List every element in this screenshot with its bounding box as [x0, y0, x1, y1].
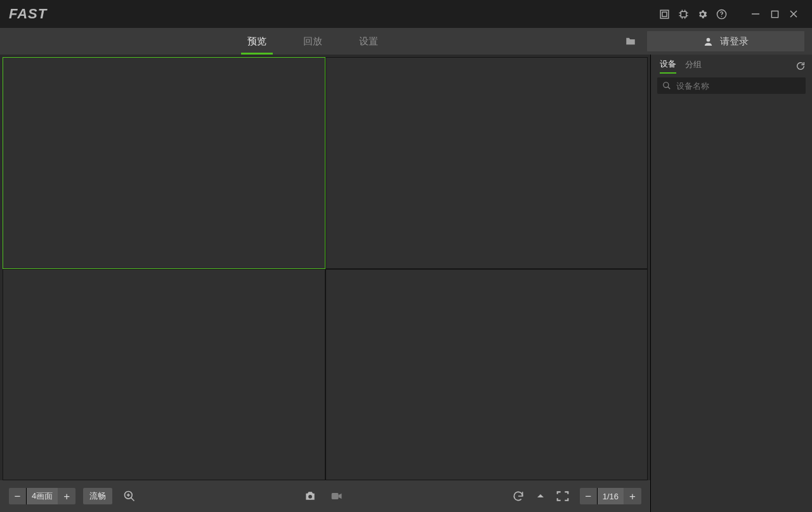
video-cell-1[interactable] — [3, 57, 325, 269]
svg-rect-1 — [662, 11, 666, 16]
svg-rect-0 — [660, 10, 669, 18]
search-icon — [662, 81, 671, 90]
device-search — [657, 77, 806, 94]
svg-point-17 — [707, 37, 710, 41]
refresh-icon[interactable] — [796, 61, 806, 71]
login-button[interactable]: 请登录 — [647, 31, 804, 51]
svg-rect-14 — [771, 11, 778, 17]
device-search-input[interactable] — [675, 81, 801, 91]
sidebar-tab-group[interactable]: 分组 — [685, 59, 702, 73]
screenshot-tool-icon[interactable] — [655, 0, 674, 28]
page-indicator: 1/16 — [598, 488, 624, 504]
folder-icon[interactable] — [620, 31, 641, 51]
auto-cycle-icon[interactable] — [509, 487, 528, 506]
minimize-icon[interactable] — [746, 0, 765, 28]
svg-point-24 — [664, 82, 669, 88]
main-panel: − 4画面 + 流畅 — [0, 55, 651, 512]
cpu-chip-icon[interactable] — [674, 0, 693, 28]
tab-settings[interactable]: 设置 — [357, 28, 381, 55]
collapse-up-icon[interactable] — [535, 487, 546, 506]
svg-line-19 — [131, 498, 134, 501]
svg-rect-2 — [681, 11, 686, 17]
fullscreen-icon[interactable] — [553, 487, 572, 506]
sidebar-tabs: 设备 分组 — [651, 55, 812, 77]
svg-point-22 — [309, 495, 313, 499]
tab-playback[interactable]: 回放 — [301, 28, 325, 55]
login-label: 请登录 — [720, 36, 749, 48]
sidebar-tab-device[interactable]: 设备 — [660, 58, 676, 74]
tab-preview[interactable]: 预览 — [245, 28, 269, 55]
close-icon[interactable] — [784, 0, 803, 28]
control-bar: − 4画面 + 流畅 — [0, 480, 650, 512]
device-sidebar: 设备 分组 — [651, 55, 812, 512]
device-list — [651, 99, 812, 512]
page-next-button[interactable]: + — [624, 488, 641, 504]
gear-icon[interactable] — [693, 0, 712, 28]
video-cell-3[interactable] — [3, 269, 325, 481]
layout-label: 4画面 — [27, 488, 58, 504]
main-tab-bar: 预览 回放 设置 请登录 — [0, 28, 812, 55]
video-record-icon[interactable] — [327, 487, 346, 506]
svg-rect-23 — [332, 493, 339, 499]
title-bar: FAST — [0, 0, 812, 28]
layout-increase-button[interactable]: + — [58, 488, 75, 504]
page-stepper: − 1/16 + — [580, 488, 641, 504]
maximize-icon[interactable] — [765, 0, 784, 28]
stream-mode-button[interactable]: 流畅 — [83, 488, 112, 504]
video-cell-4[interactable] — [325, 269, 648, 481]
video-grid — [3, 57, 648, 480]
camera-icon[interactable] — [301, 487, 320, 506]
help-icon[interactable] — [712, 0, 731, 28]
app-logo: FAST — [9, 6, 47, 22]
svg-point-12 — [721, 16, 721, 16]
layout-decrease-button[interactable]: − — [9, 488, 27, 504]
user-icon — [703, 36, 714, 47]
zoom-in-icon[interactable] — [120, 487, 139, 506]
layout-stepper: − 4画面 + — [9, 488, 75, 504]
page-prev-button[interactable]: − — [580, 488, 598, 504]
video-cell-2[interactable] — [325, 57, 648, 269]
svg-line-25 — [668, 87, 671, 89]
